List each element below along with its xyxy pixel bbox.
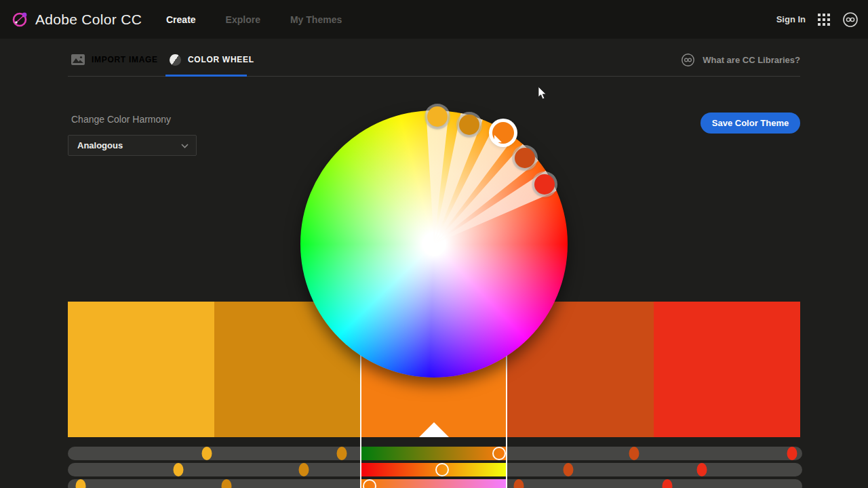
- mouse-cursor: [538, 87, 547, 100]
- slider-handle-dot[interactable]: [564, 463, 574, 476]
- harmony-label: Change Color Harmony: [71, 114, 171, 125]
- color-wheel-icon: [170, 54, 181, 66]
- slider-ring-handle-row3[interactable]: [363, 479, 376, 488]
- topbar: Adobe Color CC Create Explore My Themes …: [0, 0, 868, 39]
- adobe-color-cc-page: { "topbar": { "title": "Adobe Color CC",…: [0, 0, 868, 488]
- wheel-handle-3-active[interactable]: [492, 122, 514, 144]
- slider-handle-dot[interactable]: [222, 479, 232, 488]
- slider-handle-dot[interactable]: [202, 447, 212, 460]
- wheel-handle-1[interactable]: [427, 106, 448, 127]
- harmony-dropdown[interactable]: Analogous: [68, 135, 197, 156]
- slider-handle-dot[interactable]: [663, 479, 673, 488]
- slider-handle-dot[interactable]: [76, 479, 86, 488]
- harmony-selected-value: Analogous: [77, 140, 123, 150]
- slider-handle-dot[interactable]: [299, 463, 309, 476]
- app-title: Adobe Color CC: [35, 12, 142, 28]
- image-icon: [71, 54, 85, 65]
- cc-libraries-label: What are CC Libraries?: [703, 55, 800, 65]
- slider-gradient-track-row1[interactable]: [361, 447, 507, 460]
- slider-gradient-track-row3[interactable]: [361, 479, 507, 488]
- creative-cloud-icon[interactable]: [842, 12, 859, 28]
- creative-cloud-outline-icon: [681, 53, 695, 67]
- save-color-theme-button[interactable]: Save Color Theme: [701, 113, 800, 134]
- topbar-right: Sign In: [776, 0, 859, 39]
- adobe-color-logo-icon: [11, 10, 29, 28]
- sign-in-link[interactable]: Sign In: [776, 14, 806, 24]
- app-grid-icon[interactable]: [818, 14, 830, 26]
- tab-import-image-label: IMPORT IMAGE: [92, 55, 158, 64]
- tab-color-wheel-label: COLOR WHEEL: [188, 55, 254, 64]
- slider-handle-dot[interactable]: [629, 447, 639, 460]
- cc-libraries-link[interactable]: What are CC Libraries?: [681, 52, 800, 68]
- chevron-down-icon: [181, 144, 189, 148]
- tab-import-image[interactable]: IMPORT IMAGE: [71, 52, 158, 68]
- slider-handle-dot[interactable]: [174, 463, 184, 476]
- nav-my-themes[interactable]: My Themes: [290, 14, 342, 25]
- tab-color-wheel[interactable]: COLOR WHEEL: [170, 52, 254, 68]
- slider-gradient-track-row2[interactable]: [361, 463, 507, 476]
- nav-create[interactable]: Create: [166, 14, 196, 25]
- wheel-handle-2[interactable]: [459, 115, 479, 135]
- active-tab-underline: [165, 75, 247, 77]
- slider-handle-dot[interactable]: [697, 463, 707, 476]
- slider-handle-dot[interactable]: [787, 447, 797, 460]
- slider-handle-dot[interactable]: [337, 447, 347, 460]
- slider-handle-dot[interactable]: [514, 479, 524, 488]
- top-navigation: Create Explore My Themes: [166, 0, 342, 39]
- swatch-5[interactable]: [654, 302, 800, 437]
- swatch-1[interactable]: [68, 302, 214, 437]
- slider-ring-handle-row2[interactable]: [435, 463, 449, 476]
- selected-swatch-pointer: [419, 422, 449, 437]
- slider-ring-handle-row1[interactable]: [492, 447, 506, 460]
- brand[interactable]: Adobe Color CC: [11, 0, 142, 39]
- nav-explore[interactable]: Explore: [226, 14, 260, 25]
- wheel-handle-5[interactable]: [534, 174, 555, 195]
- wheel-handle-4[interactable]: [515, 148, 535, 168]
